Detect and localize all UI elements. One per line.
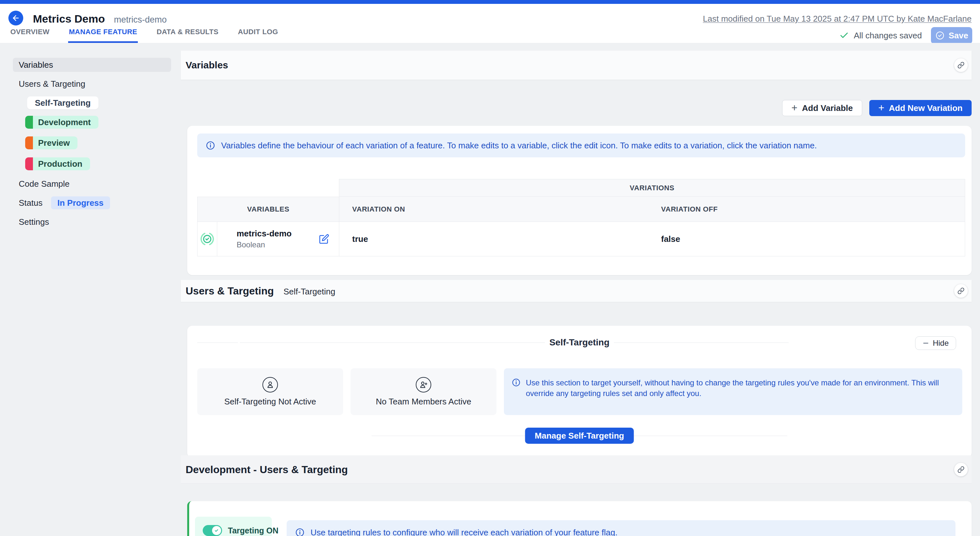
variables-section-title: Variables <box>186 60 228 71</box>
edit-variable-button[interactable] <box>319 234 329 244</box>
link-icon <box>958 466 964 473</box>
plus-icon: + <box>878 103 885 113</box>
team-status-card: No Team Members Active <box>350 368 496 415</box>
save-button[interactable]: Save <box>931 27 972 44</box>
section-header-development: Development - Users & Targeting <box>181 455 972 484</box>
tab-bar: OVERVIEW MANAGE FEATURE DATA & RESULTS A… <box>10 28 279 43</box>
self-targeting-panel-title: Self-Targeting <box>545 337 614 348</box>
sidebar: Variables Users & Targeting Self-Targeti… <box>0 43 181 227</box>
variation-on-value-cell[interactable]: true <box>339 222 652 256</box>
self-status-label: Self-Targeting Not Active <box>224 397 317 407</box>
save-area: All changes saved Save <box>839 27 972 44</box>
self-targeting-banner-text: Use this section to target yourself, wit… <box>526 377 955 399</box>
check-icon <box>839 31 849 40</box>
sidebar-item-code-sample[interactable]: Code Sample <box>13 179 171 189</box>
sidebar-item-production[interactable]: Production <box>25 157 90 170</box>
variables-table: VARIATIONS VARIABLES VARIATION ON VARIAT… <box>197 179 965 256</box>
variables-info-banner: Variables define the behaviour of each v… <box>197 133 965 157</box>
divider <box>606 343 789 343</box>
variation-on-value: true <box>352 234 368 244</box>
sidebar-status-label[interactable]: Status <box>13 198 43 208</box>
table-corner-cell <box>197 179 339 197</box>
user-plus-icon <box>416 377 431 392</box>
copy-link-button-development[interactable] <box>954 463 968 476</box>
link-icon <box>958 287 964 295</box>
development-banner-text: Use targeting rules to configure who wil… <box>310 528 617 536</box>
copy-link-button-users-targeting[interactable] <box>954 284 968 298</box>
save-button-label: Save <box>949 31 968 41</box>
page-body: Variables Users & Targeting Self-Targeti… <box>0 43 980 536</box>
user-icon <box>262 377 278 392</box>
targeting-toggle[interactable] <box>203 525 222 536</box>
arrow-left-icon <box>12 14 20 22</box>
variables-actions: + Add Variable + Add New Variation <box>782 100 972 116</box>
status-badge: In Progress <box>51 197 110 209</box>
main-content: Variables + Add Variable + Add New Varia… <box>181 43 980 536</box>
variable-type-icon-cell <box>197 222 217 256</box>
users-targeting-title-row: Users & Targeting Self-Targeting <box>186 285 336 297</box>
link-icon <box>958 62 964 69</box>
tab-data-results[interactable]: DATA & RESULTS <box>156 28 219 43</box>
sidebar-item-self-targeting[interactable]: Self-Targeting <box>27 97 99 109</box>
hide-label: Hide <box>933 339 949 348</box>
sidebar-item-users-targeting[interactable]: Users & Targeting <box>13 79 171 89</box>
info-icon <box>295 528 305 536</box>
self-targeting-card: Self-Targeting Hide Self-Targeting Not A… <box>187 326 972 458</box>
hide-button[interactable]: Hide <box>915 336 956 350</box>
add-new-variation-button[interactable]: + Add New Variation <box>869 100 972 116</box>
development-targeting-card: Targeting ON Use targeting rules to conf… <box>187 501 972 536</box>
save-status-text: All changes saved <box>854 31 922 41</box>
self-targeting-info-banner: Use this section to target yourself, wit… <box>504 368 962 415</box>
preview-label: Preview <box>38 138 70 148</box>
feature-key: metrics-demo <box>114 15 167 25</box>
tab-manage-feature[interactable]: MANAGE FEATURE <box>68 28 138 43</box>
preview-color-swatch <box>25 136 33 149</box>
development-title-row: Development - Users & Targeting <box>186 463 348 476</box>
column-header-variables: VARIABLES <box>197 197 339 222</box>
page-title: Metrics Demo <box>33 13 105 25</box>
plus-icon: + <box>791 103 798 113</box>
sidebar-item-preview[interactable]: Preview <box>25 136 78 149</box>
divider <box>197 343 238 343</box>
add-variable-label: Add Variable <box>802 103 853 113</box>
info-icon <box>512 378 521 387</box>
back-button[interactable] <box>8 11 23 25</box>
section-header-variables: Variables <box>181 51 972 80</box>
team-status-label: No Team Members Active <box>376 397 471 407</box>
check-icon <box>214 528 219 533</box>
development-color-swatch <box>25 116 33 129</box>
self-targeting-status-row: Self-Targeting Not Active No Team Member… <box>197 368 962 415</box>
variations-group-header: VARIATIONS <box>339 179 965 197</box>
divider <box>240 343 546 343</box>
column-header-variation-on: VARIATION ON <box>339 197 652 222</box>
header: Metrics Demo metrics-demo Last modified … <box>0 4 980 43</box>
top-accent-bar <box>0 0 980 4</box>
tab-overview[interactable]: OVERVIEW <box>10 28 50 43</box>
minus-icon <box>923 340 929 346</box>
development-info-banner: Use targeting rules to configure who wil… <box>286 520 956 536</box>
save-status: All changes saved <box>839 31 922 41</box>
column-header-variation-off: VARIATION OFF <box>652 197 965 222</box>
development-section-title: Development - Users & Targeting <box>186 463 348 476</box>
circle-check-icon <box>935 31 945 40</box>
boolean-variable-icon <box>199 231 215 247</box>
production-color-swatch <box>25 157 33 170</box>
variable-name-cell: metrics-demo Boolean <box>217 222 339 256</box>
users-targeting-title: Users & Targeting <box>186 285 274 297</box>
toggle-knob <box>212 526 221 535</box>
sidebar-item-settings[interactable]: Settings <box>13 217 171 227</box>
tab-audit-log[interactable]: AUDIT LOG <box>237 28 279 43</box>
production-label: Production <box>38 159 82 169</box>
sidebar-item-variables[interactable]: Variables <box>13 58 171 72</box>
last-modified-link[interactable]: Last modified on Tue May 13 2025 at 2:47… <box>703 14 972 24</box>
variation-off-value-cell[interactable]: false <box>652 222 965 256</box>
copy-link-button-variables[interactable] <box>954 59 968 72</box>
manage-self-targeting-button[interactable]: Manage Self-Targeting <box>525 428 634 444</box>
sidebar-item-development[interactable]: Development <box>25 116 99 129</box>
variables-card: Variables define the behaviour of each v… <box>187 126 972 275</box>
add-variable-button[interactable]: + Add Variable <box>782 100 862 116</box>
edit-icon <box>319 234 329 244</box>
feature-title-group: Metrics Demo metrics-demo <box>33 13 167 25</box>
info-icon <box>205 141 215 150</box>
sidebar-status-row: Status In Progress <box>13 197 171 209</box>
